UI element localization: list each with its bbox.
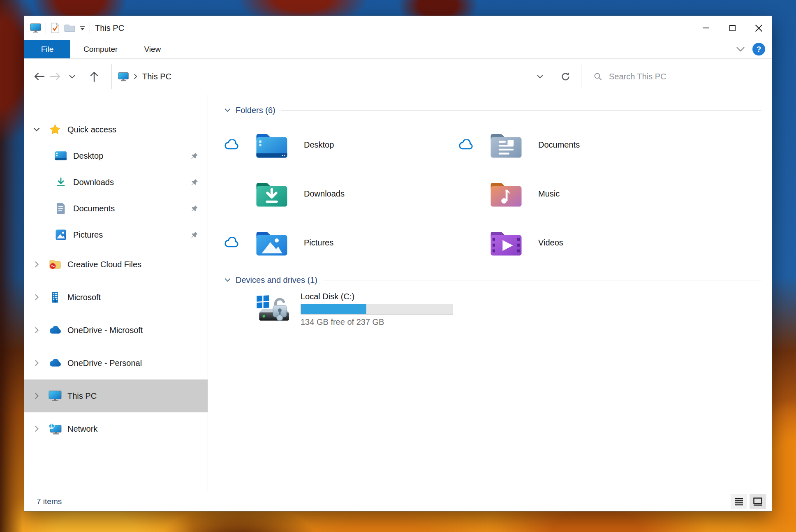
titlebar: This PC [24,16,772,40]
folder-tile-pictures[interactable]: Pictures [224,218,459,267]
titlebar-separator [46,22,46,34]
chevron-right-icon[interactable] [32,360,41,366]
desktop-folder-icon [255,131,289,159]
folders-group-header[interactable]: Folders (6) [224,103,761,117]
group-title: Folders (6) [236,106,275,115]
sidebar-item-network[interactable]: Network [24,412,208,445]
music-folder-icon [489,180,523,208]
pictures-folder-icon [255,229,289,257]
help-button[interactable]: ? [752,43,765,56]
sidebar-item-label: Downloads [73,178,114,187]
main-area: Quick access Desktop [24,94,772,492]
folder-tile-downloads[interactable]: Downloads [224,169,459,218]
group-title: Devices and drives (1) [236,275,317,285]
tab-view[interactable]: View [131,40,174,58]
folder-label: Videos [538,238,563,247]
refresh-button[interactable] [550,64,581,89]
ribbon-tabs: File Computer View ? [24,40,772,59]
folder-tile-desktop[interactable]: Desktop [224,120,459,169]
drive-free-space: 134 GB free of 237 GB [301,317,453,327]
folder-tile-music[interactable]: Music [459,169,693,218]
sidebar-item-documents[interactable]: Documents [24,195,208,222]
chevron-right-icon[interactable] [32,393,41,399]
pin-icon [190,204,199,213]
explorer-window: This PC File Computer View ? [24,16,772,511]
close-button[interactable] [745,16,772,40]
sidebar-item-label: Desktop [73,151,103,161]
content-pane: Folders (6) [208,94,772,492]
drive-label: Local Disk (C:) [301,292,453,301]
breadcrumb-item-this-pc[interactable]: This PC [142,72,171,81]
drive-tile-local-disk-c[interactable]: Local Disk (C:) 134 GB free of 237 GB [224,291,761,327]
search-box[interactable] [587,64,765,89]
sidebar-item-pictures[interactable]: Pictures [24,222,208,248]
address-dropdown-button[interactable] [530,64,550,89]
forward-button[interactable] [47,68,64,85]
chevron-right-icon[interactable] [32,327,41,333]
onedrive-sync-status-icon [224,139,240,150]
sidebar-item-desktop[interactable]: Desktop [24,143,208,169]
window-controls [693,16,772,40]
tab-computer[interactable]: Computer [70,40,131,58]
sidebar-item-label: Quick access [67,125,116,134]
videos-folder-icon [489,229,523,257]
chevron-right-icon[interactable] [32,294,41,301]
desktop-icon [54,151,68,161]
folder-tile-documents[interactable]: Documents [459,120,693,169]
sidebar-item-microsoft[interactable]: Microsoft [24,281,208,314]
sidebar-item-creative-cloud-files[interactable]: Creative Cloud Files [24,248,208,281]
sidebar-item-label: Creative Cloud Files [67,260,141,269]
this-pc-icon [48,390,62,402]
address-bar[interactable]: This PC [111,64,581,89]
sidebar-item-label: OneDrive - Microsoft [67,326,143,335]
titlebar-separator [90,22,90,34]
drive-info: Local Disk (C:) 134 GB free of 237 GB [301,291,453,327]
details-view-button[interactable] [731,494,747,509]
new-folder-button[interactable] [64,24,75,32]
folders-grid: Desktop [224,120,761,267]
search-input[interactable] [609,72,758,81]
breadcrumb-chevron-icon[interactable] [134,74,137,79]
chevron-right-icon[interactable] [32,261,41,268]
close-icon [755,24,763,32]
creative-cloud-icon [48,259,62,270]
maximize-button[interactable] [719,16,745,40]
sidebar-item-label: Network [67,424,97,434]
expand-ribbon-chevron-icon[interactable] [736,46,745,52]
back-button[interactable] [31,68,47,85]
chevron-down-icon [224,278,231,282]
disk-usage-bar [301,304,453,315]
microsoft-building-icon [48,291,62,303]
sidebar-item-quick-access[interactable]: Quick access [24,116,208,143]
minimize-button[interactable] [693,16,719,40]
documents-folder-icon [489,131,523,159]
drives-group-header[interactable]: Devices and drives (1) [224,273,761,287]
sidebar-item-onedrive-microsoft[interactable]: OneDrive - Microsoft [24,314,208,347]
sidebar-item-label: Pictures [73,230,103,240]
tab-file[interactable]: File [24,40,70,58]
sidebar-item-this-pc[interactable]: This PC [24,379,208,412]
minimize-icon [703,28,709,28]
sidebar-item-label: This PC [67,391,97,401]
sidebar-item-label: Microsoft [67,293,101,302]
up-button[interactable] [86,68,102,85]
sidebar-item-downloads[interactable]: Downloads [24,169,208,195]
customize-toolbar-dropdown-icon[interactable] [80,26,85,30]
up-arrow-icon [89,71,99,82]
folder-tile-videos[interactable]: Videos [459,218,693,267]
forward-arrow-icon [50,72,61,81]
onedrive-sync-status-icon [459,139,474,150]
folder-label: Music [538,189,560,199]
sidebar-item-onedrive-personal[interactable]: OneDrive - Personal [24,347,208,379]
folder-label: Desktop [304,140,334,150]
recent-locations-dropdown[interactable] [64,68,80,85]
properties-button[interactable] [51,23,60,33]
chevron-right-icon[interactable] [32,426,41,432]
list-view-icon [734,498,743,506]
search-icon [594,72,602,81]
refresh-icon [560,72,571,82]
documents-icon [54,203,68,214]
chevron-down-icon[interactable] [32,127,41,132]
pin-icon [190,152,199,160]
large-icons-view-button[interactable] [750,494,766,509]
